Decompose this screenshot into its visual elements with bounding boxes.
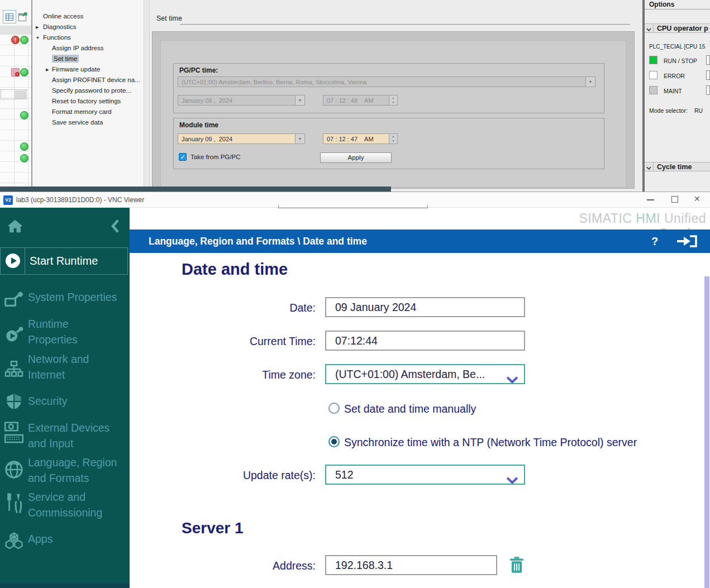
ok-status-icon [20, 142, 28, 151]
manual-radio-label[interactable]: Set date and time manually [344, 402, 476, 415]
overview-table-icon[interactable] [3, 10, 16, 23]
sidebar-item-apps[interactable]: Apps [28, 531, 128, 547]
tree-item-assign-ip[interactable]: Assign IP address [32, 43, 144, 54]
sidebar-footer-strip [0, 584, 130, 588]
update-rate-label: Update rate(s): [184, 469, 316, 482]
collapse-sidebar-icon[interactable] [111, 219, 120, 236]
collapse-arrow-icon[interactable]: ▼ [36, 32, 40, 43]
tree-item-assign-profinet-name[interactable]: Assign PROFINET device na... [32, 75, 144, 85]
maint-button[interactable] [706, 85, 710, 95]
address-field[interactable]: 192.168.3.1 [325, 555, 497, 575]
tree-item-diagnostics[interactable]: ▶Diagnostics [32, 22, 144, 32]
spinner-arrows-icon[interactable]: ▲▼ [389, 134, 397, 144]
maximize-button[interactable] [671, 196, 678, 203]
home-icon[interactable] [7, 219, 23, 236]
selected-row-marker [1, 89, 27, 99]
ok-status-icon [20, 111, 28, 119]
module-date-select[interactable]: January 09 , 2024 ▼ [178, 133, 305, 144]
manual-radio[interactable] [328, 403, 340, 414]
start-runtime-label: Start Runtime [30, 248, 98, 274]
page-scrollbar[interactable] [704, 276, 709, 588]
pgpc-time-label: PG/PC time: [179, 66, 218, 74]
mode-selector-value: RU [694, 107, 703, 114]
error-button[interactable] [706, 70, 710, 80]
ntp-radio[interactable] [328, 436, 340, 447]
security-shield-icon[interactable] [4, 393, 23, 412]
server1-heading: Server 1 [182, 519, 244, 537]
tree-item-specify-password[interactable]: Specify password to prote... [32, 85, 144, 96]
runtime-properties-icon[interactable] [4, 326, 23, 345]
sidebar-item-service-commissioning[interactable]: Service and Commissioning [28, 489, 128, 520]
run-stop-led [649, 56, 657, 64]
ntp-radio-label[interactable]: Synchronize time with a NTP (Network Tim… [344, 436, 637, 449]
chevron-down-icon [506, 371, 518, 389]
update-rate-dropdown[interactable]: 512 [325, 465, 525, 485]
pgpc-date-select[interactable]: January 09 , 2024 ▼ [178, 95, 305, 106]
play-icon [6, 254, 20, 268]
sidebar-item-system-properties[interactable]: System Properties [28, 289, 128, 305]
grid-header-row [0, 26, 31, 35]
tree-item-functions[interactable]: ▼Functions [32, 32, 144, 43]
expand-arrow-icon[interactable]: ▶ [46, 64, 49, 75]
collapse-chevron-icon[interactable] [645, 24, 654, 32]
open-editor-icon[interactable]: ➜ [18, 11, 31, 23]
date-field[interactable]: 09 January 2024 [325, 297, 525, 317]
ok-status-icon [20, 68, 28, 77]
module-time-spinner[interactable]: 07 : 12 : 47AM ▲▼ [323, 133, 398, 144]
cycle-time-header[interactable]: Cycle time [645, 162, 710, 171]
tree-item-format-memory-card[interactable]: Format memory card [32, 107, 144, 117]
external-devices-icon[interactable] [3, 421, 25, 447]
dropdown-arrow-icon[interactable]: ▼ [295, 95, 304, 105]
spinner-arrows-icon[interactable]: ▲▼ [389, 95, 397, 105]
date-label: Date: [184, 302, 316, 314]
close-button[interactable]: ✕ [694, 194, 701, 203]
tree-scrollbar[interactable] [145, 0, 150, 193]
help-button[interactable]: ? [648, 230, 661, 253]
hmi-header-bar: Language, Region and Formats \ Date and … [130, 230, 710, 253]
error-status-icon: ! [11, 36, 20, 44]
service-tools-icon[interactable] [4, 493, 23, 518]
pgpc-timezone-select[interactable]: (UTC+01:00) Amsterdam, Berlino, Berna, R… [178, 77, 595, 87]
breadcrumb: Language, Region and Formats \ Date and … [149, 230, 367, 253]
apps-cubes-icon[interactable] [4, 532, 23, 553]
network-icon[interactable] [4, 361, 23, 380]
start-runtime-button[interactable]: Start Runtime [0, 247, 128, 275]
run-stop-label: RUN / STOP [664, 58, 697, 64]
collapse-chevron-icon[interactable] [645, 162, 654, 171]
run-stop-button[interactable] [706, 55, 710, 65]
tree-item-set-time[interactable]: Set time [32, 54, 144, 64]
expand-arrow-icon[interactable]: ▶ [36, 22, 39, 32]
sidebar-item-runtime-properties[interactable]: Runtime Properties [28, 316, 128, 347]
take-from-pgpc-checkbox[interactable]: ✓ [179, 153, 187, 161]
tree-item-save-service-data[interactable]: Save service data [32, 117, 144, 128]
tia-portal-window: ➜ ! ! Online access ▶Diagnostics ▼Functi… [0, 0, 710, 193]
sidebar-item-security[interactable]: Security [28, 393, 128, 409]
sidebar-item-language-region[interactable]: Language, Region and Formats [28, 455, 128, 486]
cpu-operator-panel-header[interactable]: CPU operator p [645, 23, 710, 33]
vnc-window-title: lab3 (ucp-3013891D1D0D:0) - VNC Viewer [16, 196, 144, 204]
dropdown-arrow-icon[interactable]: ▼ [295, 134, 304, 144]
language-globe-icon[interactable] [4, 460, 23, 481]
hmi-sidebar: Start Runtime System Properties Runtime … [0, 208, 130, 588]
online-functions-tree: Online access ▶Diagnostics ▼Functions As… [32, 0, 144, 193]
delete-server-trash-icon[interactable] [508, 556, 525, 576]
address-label: Address: [184, 560, 316, 572]
tree-item-reset-factory[interactable]: Reset to factory settings [32, 96, 144, 107]
dropdown-arrow-icon[interactable]: ▼ [585, 77, 595, 87]
sidebar-item-network-internet[interactable]: Network and Internet [28, 351, 128, 383]
tree-item-firmware-update[interactable]: ▶Firmware update [32, 64, 144, 75]
ok-status-icon [20, 36, 28, 44]
minimize-button[interactable] [647, 199, 654, 200]
apply-button[interactable]: Apply [320, 152, 392, 163]
maintenance-status-icon: ! [11, 68, 20, 77]
take-from-pgpc-label: Take from PG/PC [190, 154, 240, 160]
time-zone-dropdown[interactable]: (UTC+01:00) Amsterdam, Be... [325, 364, 525, 384]
sidebar-item-external-devices[interactable]: External Devices and Input [28, 420, 128, 451]
set-time-title: Set time [156, 15, 182, 22]
system-properties-icon[interactable] [4, 291, 23, 309]
grid-divider [14, 35, 15, 193]
tree-item-online-access[interactable]: Online access [32, 11, 144, 22]
pgpc-time-spinner[interactable]: 07 : 12 : 48AM ▲▼ [323, 95, 398, 106]
current-time-field[interactable]: 07:12:44 [325, 331, 525, 351]
logout-icon[interactable] [675, 235, 699, 250]
